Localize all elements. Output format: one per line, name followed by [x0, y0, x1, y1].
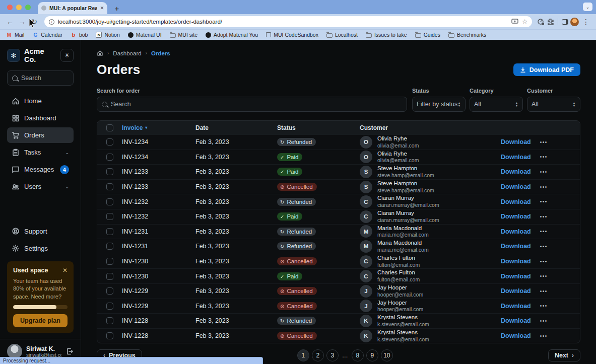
reload-icon[interactable]: ↻: [29, 18, 39, 26]
download-link[interactable]: Download: [501, 138, 531, 145]
row-checkbox[interactable]: [106, 228, 113, 235]
bookmark-star-icon[interactable]: ☆: [522, 18, 527, 25]
bookmark-item[interactable]: Guides: [415, 32, 440, 38]
bookmark-item[interactable]: Calendar: [32, 32, 62, 38]
sidebar-item-orders[interactable]: Orders: [7, 127, 74, 143]
forward-icon[interactable]: →: [17, 18, 27, 26]
page-number-button[interactable]: 2: [312, 349, 324, 361]
more-options-icon[interactable]: •••: [540, 169, 548, 175]
more-options-icon[interactable]: •••: [540, 244, 548, 249]
row-checkbox[interactable]: [106, 198, 113, 205]
page-number-button[interactable]: 10: [381, 349, 393, 361]
bookmark-item[interactable]: Benchmarks: [448, 32, 486, 38]
more-options-icon[interactable]: •••: [540, 214, 548, 220]
download-link[interactable]: Download: [501, 154, 531, 161]
download-pdf-button[interactable]: Download PDF: [513, 63, 580, 76]
home-icon[interactable]: [97, 50, 103, 56]
bookmark-item[interactable]: MUI CodeSandbox: [266, 32, 318, 38]
row-checkbox[interactable]: [106, 243, 113, 250]
download-link[interactable]: Download: [501, 183, 531, 190]
row-checkbox[interactable]: [106, 287, 113, 295]
sidebar-item-messages[interactable]: Messages 4: [7, 162, 74, 177]
row-checkbox[interactable]: [106, 213, 113, 220]
select-all-checkbox[interactable]: [106, 124, 113, 131]
performance-extension-icon[interactable]: [537, 18, 545, 26]
sidebar-item-tasks[interactable]: Tasks ⌄: [7, 144, 74, 160]
category-filter-select[interactable]: All ▲▼: [470, 97, 523, 112]
download-link[interactable]: Download: [501, 332, 531, 339]
more-options-icon[interactable]: •••: [540, 259, 548, 264]
row-checkbox[interactable]: [106, 258, 113, 265]
row-checkbox[interactable]: [106, 303, 113, 310]
row-checkbox[interactable]: [106, 154, 113, 161]
sidebar-item-settings[interactable]: Settings: [7, 241, 74, 256]
bookmark-item[interactable]: Material UI: [128, 32, 162, 38]
upgrade-plan-button[interactable]: Upgrade plan: [13, 314, 68, 327]
install-app-icon[interactable]: [511, 19, 518, 25]
more-options-icon[interactable]: •••: [540, 154, 548, 160]
download-link[interactable]: Download: [501, 303, 531, 310]
browser-tab[interactable]: MUI: A popular React UI fram ×: [38, 2, 107, 14]
download-link[interactable]: Download: [501, 228, 531, 235]
close-icon[interactable]: ✕: [62, 267, 68, 274]
close-window-button[interactable]: [7, 5, 13, 10]
zoom-window-button[interactable]: [25, 5, 31, 10]
bookmark-item[interactable]: Localhost: [326, 32, 358, 38]
tab-close-icon[interactable]: ×: [100, 5, 104, 11]
tab-search-chevron-icon[interactable]: ⌄: [583, 3, 592, 11]
more-options-icon[interactable]: •••: [540, 229, 548, 234]
logout-icon[interactable]: [65, 347, 74, 355]
more-options-icon[interactable]: •••: [540, 333, 548, 339]
page-number-button[interactable]: 3: [326, 349, 339, 361]
row-checkbox[interactable]: [106, 168, 113, 175]
more-options-icon[interactable]: •••: [540, 139, 548, 145]
bookmark-item[interactable]: Issues to take: [366, 32, 407, 38]
more-options-icon[interactable]: •••: [540, 199, 548, 204]
download-link[interactable]: Download: [501, 168, 531, 175]
url-text[interactable]: localhost:3000/joy-ui/getting-started/te…: [58, 19, 508, 25]
bookmark-item[interactable]: bob: [71, 32, 88, 38]
download-link[interactable]: Download: [501, 258, 531, 265]
page-number-button[interactable]: 8: [352, 349, 364, 361]
extensions-puzzle-icon[interactable]: [547, 18, 554, 26]
new-tab-button[interactable]: +: [111, 3, 122, 14]
bookmark-item[interactable]: Adopt Material You: [206, 32, 258, 38]
more-options-icon[interactable]: •••: [540, 184, 548, 190]
download-link[interactable]: Download: [501, 213, 531, 220]
download-link[interactable]: Download: [501, 243, 531, 250]
next-page-button[interactable]: Next ›: [548, 349, 580, 361]
download-link[interactable]: Download: [501, 273, 531, 280]
sidebar-item-support[interactable]: Support: [7, 224, 74, 239]
sidebar-item-home[interactable]: Home: [7, 93, 74, 109]
minimize-window-button[interactable]: [16, 5, 22, 10]
row-checkbox[interactable]: [106, 183, 113, 190]
download-link[interactable]: Download: [501, 287, 531, 295]
bookmark-item[interactable]: Notion: [96, 32, 119, 38]
more-options-icon[interactable]: •••: [540, 288, 548, 294]
row-checkbox[interactable]: [106, 138, 113, 145]
page-number-button[interactable]: 1: [297, 349, 309, 361]
browser-profile-avatar[interactable]: [570, 18, 579, 26]
breadcrumb-dashboard[interactable]: Dashboard: [113, 50, 141, 56]
bookmark-item[interactable]: Mail: [6, 32, 24, 38]
status-filter-select[interactable]: Filter by status ▲▼: [412, 97, 466, 112]
invoice-column-header[interactable]: Invoice ▾: [122, 124, 195, 131]
address-bar[interactable]: i localhost:3000/joy-ui/getting-started/…: [44, 16, 532, 27]
bookmark-item[interactable]: MUI site: [170, 32, 198, 38]
sidebar-item-dashboard[interactable]: Dashboard: [7, 110, 74, 126]
row-checkbox[interactable]: [106, 317, 113, 324]
sidebar-search-input[interactable]: Search: [7, 70, 74, 86]
theme-toggle-button[interactable]: ☀: [60, 49, 74, 62]
page-number-button[interactable]: …: [341, 349, 349, 361]
row-checkbox[interactable]: [106, 273, 113, 280]
side-panel-icon[interactable]: [562, 19, 568, 25]
site-info-icon[interactable]: i: [49, 19, 54, 25]
more-options-icon[interactable]: •••: [540, 273, 548, 279]
more-options-icon[interactable]: •••: [540, 318, 548, 324]
customer-filter-select[interactable]: All ▲▼: [527, 97, 580, 112]
more-options-icon[interactable]: •••: [540, 303, 548, 309]
sidebar-item-users[interactable]: Users ⌄: [7, 179, 74, 194]
back-icon[interactable]: ←: [5, 18, 15, 26]
row-checkbox[interactable]: [106, 332, 113, 339]
page-number-button[interactable]: 9: [366, 349, 378, 361]
